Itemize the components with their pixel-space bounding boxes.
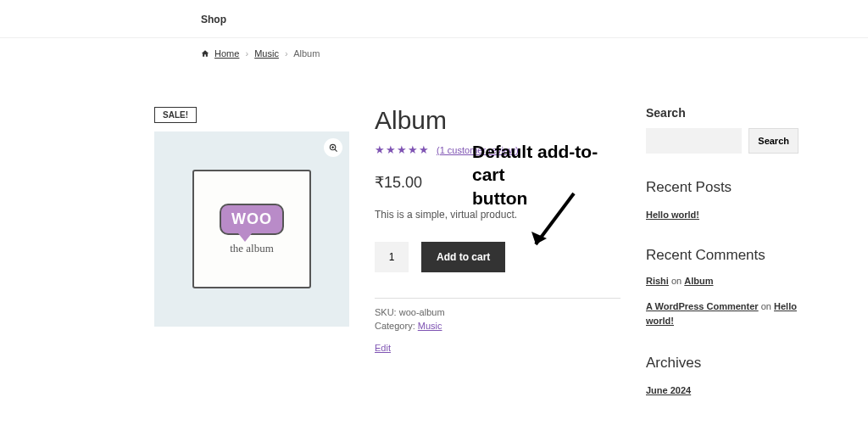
art-subtitle: the album <box>230 242 274 255</box>
comment-author-link[interactable]: Rishi <box>646 276 669 286</box>
annotation-overlay: Default add-to-cart button <box>472 140 620 210</box>
recent-posts-heading: Recent Posts <box>646 179 798 196</box>
category-label: Category: <box>375 321 415 331</box>
comment-on-text: on <box>671 276 682 286</box>
recent-comments-heading: Recent Comments <box>646 247 798 264</box>
comment-on-text: on <box>761 301 771 311</box>
annotation-line2: button <box>472 188 527 208</box>
arrow-icon <box>523 189 582 257</box>
comment-item: Rishi on Album <box>646 274 798 289</box>
recent-comments-widget: Recent Comments Rishi on Album A WordPre… <box>646 247 798 329</box>
comment-author-link[interactable]: A WordPress Commenter <box>646 301 759 311</box>
breadcrumb: Home › Music › Album <box>99 38 769 59</box>
recent-post-link[interactable]: Hello world! <box>646 210 699 220</box>
annotation-line1: Default add-to-cart <box>472 142 598 184</box>
album-art: WOO the album <box>192 170 311 288</box>
breadcrumb-music[interactable]: Music <box>254 48 279 59</box>
home-icon <box>201 49 209 59</box>
sku-line: SKU: woo-album <box>375 307 620 317</box>
search-input[interactable] <box>646 128 742 154</box>
add-to-cart-button[interactable]: Add to cart <box>421 242 505 272</box>
zoom-icon[interactable] <box>324 138 342 157</box>
category-line: Category: Music <box>375 321 620 331</box>
archives-widget: Archives June 2024 <box>646 355 798 397</box>
product-image[interactable]: WOO the album <box>154 131 349 327</box>
archives-heading: Archives <box>646 355 798 372</box>
archive-link[interactable]: June 2024 <box>646 385 691 395</box>
product-summary: Album ★★★★★ (1 customer review) ₹15.00 T… <box>375 106 620 422</box>
comment-post-link[interactable]: Album <box>684 276 713 286</box>
edit-link[interactable]: Edit <box>375 343 391 353</box>
search-widget: Search Search <box>646 106 798 154</box>
comment-item: A WordPress Commenter on Hello world! <box>646 299 798 329</box>
quantity-input[interactable] <box>375 242 409 272</box>
sidebar: Search Search Recent Posts Hello world! … <box>646 106 798 422</box>
svg-line-1 <box>334 148 337 151</box>
breadcrumb-home[interactable]: Home <box>214 48 239 59</box>
product-title: Album <box>375 106 620 135</box>
meta-divider <box>375 298 620 299</box>
nav-shop-link[interactable]: Shop <box>201 14 226 25</box>
breadcrumb-sep: › <box>285 48 288 59</box>
breadcrumb-sep: › <box>245 48 248 59</box>
sku-value: woo-album <box>399 307 445 317</box>
sku-label: SKU: <box>375 307 397 317</box>
top-nav: Shop <box>0 0 868 38</box>
recent-posts-widget: Recent Posts Hello world! <box>646 179 798 221</box>
breadcrumb-current: Album <box>293 48 320 59</box>
sale-badge: SALE! <box>154 107 197 123</box>
category-link[interactable]: Music <box>418 321 442 331</box>
search-button[interactable]: Search <box>748 128 798 154</box>
product-description: This is a simple, virtual product. <box>375 209 620 221</box>
search-heading: Search <box>646 106 798 120</box>
product-main: SALE! WOO the album Album ★★★★★ (1 custo… <box>154 106 620 422</box>
star-rating: ★★★★★ <box>375 143 430 156</box>
art-logo-text: WOO <box>231 210 272 227</box>
